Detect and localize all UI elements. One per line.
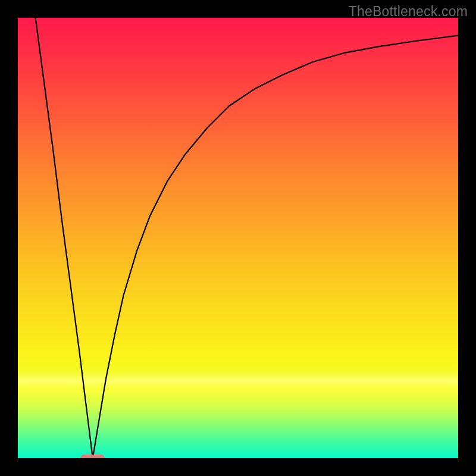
bottleneck-curve: [18, 18, 458, 458]
watermark-text: TheBottleneck.com: [349, 4, 468, 20]
optimal-marker: [80, 455, 105, 458]
plot-area: [18, 18, 458, 458]
chart-frame: TheBottleneck.com: [0, 0, 476, 476]
